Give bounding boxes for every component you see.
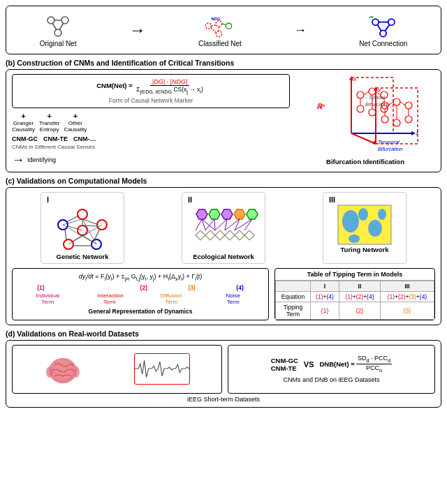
cnm-fraction: |DG| · |NDG| Σj∈DG, i∈NDG CS(xj → xi) — [134, 78, 205, 95]
svg-point-15 — [372, 19, 379, 25]
section-a: Original Net → NDG Classified Net → — [6, 6, 441, 54]
term3-num: (3) — [188, 284, 195, 291]
svg-point-51 — [405, 102, 412, 109]
svg-marker-89 — [215, 230, 225, 240]
svg-text:ℝⁿ: ℝⁿ — [316, 103, 325, 110]
svg-point-1 — [61, 17, 68, 24]
term1-num: (1) — [37, 284, 44, 291]
svg-point-50 — [393, 98, 400, 105]
term4-label: NoiseTerm — [221, 292, 245, 305]
section-c-label: (c) Validations on Computational Models — [6, 177, 441, 185]
causality-granger: + GrangerCausality — [12, 112, 35, 133]
svg-marker-92 — [244, 230, 254, 240]
svg-line-5 — [59, 23, 64, 30]
cnm-formula-box: CNM(Net) = |DG| · |NDG| Σj∈DG, i∈NDG CS(… — [12, 74, 290, 108]
main-arrow: → — [129, 20, 146, 40]
svg-line-76 — [71, 235, 82, 242]
causality-other: + OtherCausality — [64, 112, 87, 133]
svg-point-109 — [349, 235, 360, 243]
cnm-name: CNM(Net) = — [96, 82, 134, 89]
causality-transfer: + TransferEntropy — [39, 112, 60, 133]
genetic-network-svg — [54, 204, 110, 253]
cnm-numerator: |DG| · |NDG| — [150, 78, 189, 86]
table-header-II: II — [339, 281, 380, 291]
bifurcation-title: Bifurcation Identification — [326, 158, 404, 165]
ecological-network-svg — [185, 204, 262, 253]
svg-point-105 — [342, 210, 359, 232]
net-connection-item: Net Connection — [359, 13, 407, 47]
svg-point-108 — [378, 209, 386, 220]
svg-point-106 — [368, 220, 382, 237]
term2-num: (2) — [140, 284, 147, 291]
table-row-equation: Equation (1)+(4) (1)+(2)+(4) (1)+(2)+(3)… — [276, 291, 434, 302]
svg-line-69 — [94, 229, 100, 240]
term3-label: DiffusionTerm — [159, 292, 184, 305]
ieeg-label: iEEG Short-term Datasets — [187, 396, 260, 403]
eeg-signal-svg — [135, 353, 189, 385]
svg-text:Temporal: Temporal — [378, 139, 400, 145]
turing-label: Turing Network — [341, 246, 389, 253]
svg-point-9 — [226, 23, 231, 29]
causality-row: + GrangerCausality + TransferEntropy + O… — [12, 112, 290, 133]
ecological-roman: II — [188, 195, 192, 204]
turing-roman: III — [329, 195, 335, 204]
dnb-formula-label: DNB(Net) = — [319, 360, 354, 368]
svg-point-10 — [216, 31, 221, 36]
dynamics-title: General Representation of Dynamics — [17, 308, 264, 315]
svg-point-0 — [47, 17, 54, 24]
secondary-arrow: → — [294, 23, 307, 38]
table-cell-eq-III: (1)+(2)+(3)+(4) — [380, 291, 434, 302]
svg-point-8 — [216, 20, 221, 26]
table-cell-tip-III: (3) — [380, 302, 434, 319]
dnb-desc: CNMs and DNB on iEEG Datasets — [283, 376, 379, 383]
classified-net-item: NDG Classified Net — [198, 13, 242, 47]
cnm-dots-label: CNM-… — [73, 135, 96, 142]
cnm-right: x x t ℝⁿ Spatial Bifurcation Temporal Bi… — [295, 74, 435, 168]
bifurcation-svg: x x t ℝⁿ Spatial Bifurcation Temporal Bi… — [295, 74, 435, 158]
table-header-III: III — [380, 281, 434, 291]
original-net-item: Original Net — [40, 13, 77, 47]
genetic-label: Genetic Network — [57, 253, 109, 260]
svg-line-93 — [196, 219, 202, 230]
svg-line-81 — [63, 225, 96, 244]
svg-line-60 — [351, 133, 376, 144]
svg-marker-31 — [411, 131, 416, 135]
svg-point-112 — [46, 366, 53, 378]
section-b-inner: CNM(Net) = |DG| · |NDG| Σj∈DG, i∈NDG CS(… — [12, 74, 435, 168]
cnm-te-label: CNM-TE — [43, 135, 68, 142]
svg-point-38 — [357, 91, 364, 98]
net-connection-icon — [366, 13, 401, 40]
table-cell-tip-II: (2) — [339, 302, 380, 319]
brain-icon — [44, 350, 82, 388]
svg-line-19 — [377, 24, 381, 31]
cnm-labels: CNM-GC CNM-TE CNM-… — [12, 135, 290, 142]
svg-text:x: x — [353, 75, 357, 82]
svg-marker-82 — [196, 209, 207, 219]
svg-marker-90 — [225, 230, 235, 240]
term1-label: IndividualTerm — [36, 292, 60, 305]
turing-network-item: III Turing Network — [323, 192, 406, 264]
networks-row: I — [12, 192, 435, 264]
svg-point-2 — [54, 29, 61, 36]
dnb-denominator: PCCo — [365, 364, 383, 373]
svg-point-52 — [381, 116, 388, 123]
section-c-bottom: dyi/dt = Fi(yi) + Σj≠i Gi,j(yi, yj) + Hi… — [12, 268, 435, 320]
table-row-label-equation: Equation — [276, 291, 311, 302]
svg-point-16 — [388, 19, 395, 25]
svg-line-77 — [68, 226, 82, 230]
section-c: I — [6, 187, 441, 325]
cnm-desc: CNMs in Different Causal Senses — [12, 144, 290, 150]
table-header-empty — [276, 281, 311, 291]
original-net-label: Original Net — [40, 40, 77, 47]
svg-line-71 — [65, 229, 66, 240]
svg-marker-85 — [234, 209, 245, 219]
svg-point-17 — [380, 30, 386, 36]
cnm-gc-label: CNM-GC — [12, 135, 38, 142]
svg-text:Bifurcation: Bifurcation — [378, 146, 402, 152]
net-connection-label: Net Connection — [359, 40, 407, 47]
svg-point-7 — [205, 23, 211, 29]
main-container: Original Net → NDG Classified Net → — [0, 0, 447, 410]
cnm-gc-d: CNM-GC — [271, 357, 298, 364]
svg-text:NDG: NDG — [211, 16, 220, 20]
section-d: CNM-GC CNM-TE VS DNB(Net) = SDd · PCCd P… — [6, 340, 441, 408]
